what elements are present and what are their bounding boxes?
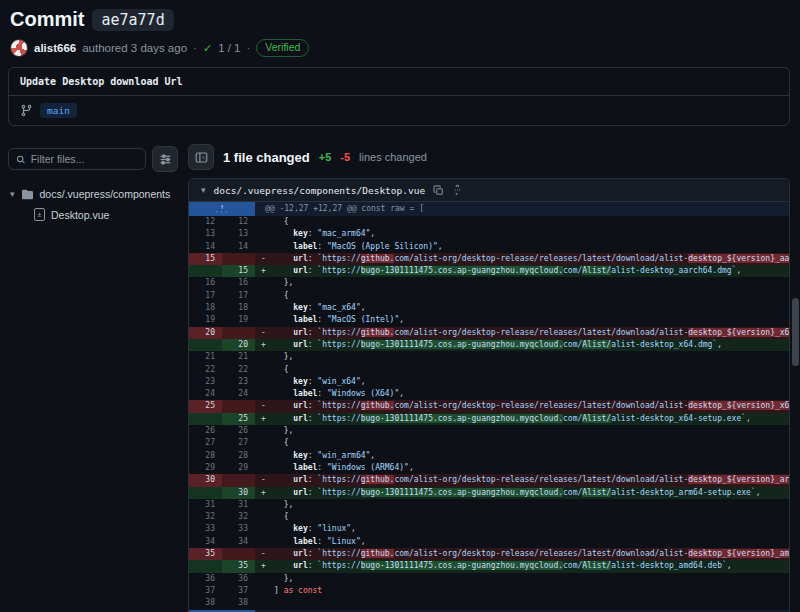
- new-line-number[interactable]: 33: [222, 523, 255, 535]
- old-line-number[interactable]: 26: [189, 425, 222, 437]
- old-line-number[interactable]: [189, 265, 222, 277]
- old-line-number[interactable]: 15: [189, 253, 222, 265]
- new-line-number[interactable]: 14: [222, 241, 255, 253]
- code-segment: [274, 561, 293, 570]
- new-line-number[interactable]: 28: [222, 450, 255, 462]
- old-line-number[interactable]: 33: [189, 523, 222, 535]
- old-line-number[interactable]: 31: [189, 499, 222, 511]
- old-line-number[interactable]: 35: [189, 548, 222, 560]
- new-line-number[interactable]: 19: [222, 314, 255, 326]
- new-line-number[interactable]: 26: [222, 425, 255, 437]
- new-line-number[interactable]: 13: [222, 228, 255, 240]
- code-line: + url: `https://bugo-1301111475.cos.ap-g…: [255, 339, 789, 351]
- new-line-number[interactable]: 31: [222, 499, 255, 511]
- old-line-number[interactable]: 22: [189, 364, 222, 376]
- new-line-number[interactable]: 16: [222, 277, 255, 289]
- new-line-number[interactable]: 25: [222, 413, 255, 425]
- new-line-number[interactable]: 24: [222, 388, 255, 400]
- new-line-number[interactable]: 32: [222, 511, 255, 523]
- code-segment: "Windows (ARM64)": [327, 463, 409, 472]
- code-segment: :: [317, 537, 327, 546]
- new-line-number[interactable]: 23: [222, 376, 255, 388]
- old-line-number[interactable]: [189, 487, 222, 499]
- new-line-number[interactable]: 12: [222, 216, 255, 228]
- new-line-number[interactable]: [222, 548, 255, 560]
- old-line-number[interactable]: [189, 560, 222, 572]
- old-line-number[interactable]: 14: [189, 241, 222, 253]
- diff-row-ctx: 2929 label: "Windows (ARM64)",: [189, 462, 789, 474]
- old-line-number[interactable]: 24: [189, 388, 222, 400]
- new-line-number[interactable]: 38: [222, 597, 255, 609]
- code-segment: "mac_x64": [317, 303, 360, 312]
- filter-files-field[interactable]: [8, 148, 146, 170]
- code-segment: "win_x64": [317, 377, 360, 386]
- new-line-number[interactable]: [222, 474, 255, 486]
- expand-all-button[interactable]: [452, 184, 463, 196]
- new-line-number[interactable]: 35: [222, 560, 255, 572]
- new-line-number[interactable]: 17: [222, 290, 255, 302]
- new-line-number[interactable]: 37: [222, 585, 255, 597]
- new-line-number[interactable]: [222, 253, 255, 265]
- diff-row-ctx: 3636 },: [189, 573, 789, 585]
- verified-badge[interactable]: Verified: [256, 39, 309, 57]
- expand-hunk-up-button[interactable]: ↑···: [189, 202, 255, 216]
- old-line-number[interactable]: 36: [189, 573, 222, 585]
- code-segment: key: [293, 229, 307, 238]
- new-line-number[interactable]: 20: [222, 339, 255, 351]
- old-line-number[interactable]: 27: [189, 437, 222, 449]
- old-line-number[interactable]: 23: [189, 376, 222, 388]
- old-line-number[interactable]: 13: [189, 228, 222, 240]
- old-line-number[interactable]: 20: [189, 327, 222, 339]
- tree-folder-row[interactable]: ▾ docs/.vuepress/components: [8, 184, 178, 204]
- new-line-number[interactable]: 27: [222, 437, 255, 449]
- old-line-number[interactable]: 16: [189, 277, 222, 289]
- code-line: label: "MacOS (Apple Silicon)",: [255, 241, 789, 253]
- diff-marker: [261, 536, 274, 548]
- filter-options-button[interactable]: [152, 146, 178, 172]
- checks-count[interactable]: 1 / 1: [218, 42, 240, 54]
- new-line-number[interactable]: 34: [222, 536, 255, 548]
- new-line-number[interactable]: 29: [222, 462, 255, 474]
- tree-file-row[interactable]: ± Desktop.vue: [8, 204, 178, 225]
- new-line-number[interactable]: 30: [222, 487, 255, 499]
- scrollbar-thumb[interactable]: [792, 298, 799, 366]
- new-line-number[interactable]: 36: [222, 573, 255, 585]
- old-line-number[interactable]: 29: [189, 462, 222, 474]
- old-line-number[interactable]: 19: [189, 314, 222, 326]
- diff-marker: +: [261, 560, 274, 572]
- old-line-number[interactable]: 38: [189, 597, 222, 609]
- filter-files-input[interactable]: [31, 153, 138, 165]
- toggle-file-tree-button[interactable]: [188, 144, 214, 170]
- new-line-number[interactable]: [222, 400, 255, 412]
- branch-chip[interactable]: main: [40, 103, 77, 118]
- new-line-number[interactable]: 15: [222, 265, 255, 277]
- old-line-number[interactable]: 12: [189, 216, 222, 228]
- old-line-number[interactable]: 21: [189, 351, 222, 363]
- diff-row-ctx: 1414 label: "MacOS (Apple Silicon)",: [189, 241, 789, 253]
- diff-row-add: 15+ url: `https://bugo-1301111475.cos.ap…: [189, 265, 789, 277]
- old-line-number[interactable]: 32: [189, 511, 222, 523]
- old-line-number[interactable]: 28: [189, 450, 222, 462]
- old-line-number[interactable]: 34: [189, 536, 222, 548]
- old-line-number[interactable]: 25: [189, 400, 222, 412]
- new-line-number[interactable]: 18: [222, 302, 255, 314]
- word-diff-highlight: desktop_${version}_aarch64: [688, 254, 789, 263]
- old-line-number[interactable]: [189, 339, 222, 351]
- new-line-number[interactable]: [222, 327, 255, 339]
- code-line: },: [255, 499, 789, 511]
- new-line-number[interactable]: 22: [222, 364, 255, 376]
- code-segment: [274, 537, 293, 546]
- author-link[interactable]: alist666: [34, 42, 76, 54]
- old-line-number[interactable]: [189, 413, 222, 425]
- old-line-number[interactable]: 37: [189, 585, 222, 597]
- avatar[interactable]: [10, 39, 28, 57]
- old-line-number[interactable]: 18: [189, 302, 222, 314]
- code-segment: {: [274, 438, 288, 447]
- old-line-number[interactable]: 30: [189, 474, 222, 486]
- code-segment: :: [308, 561, 318, 570]
- collapse-diff-chevron-icon[interactable]: ▾: [201, 185, 206, 195]
- code-segment: "linux": [317, 524, 351, 533]
- new-line-number[interactable]: 21: [222, 351, 255, 363]
- copy-path-button[interactable]: [433, 185, 444, 196]
- old-line-number[interactable]: 17: [189, 290, 222, 302]
